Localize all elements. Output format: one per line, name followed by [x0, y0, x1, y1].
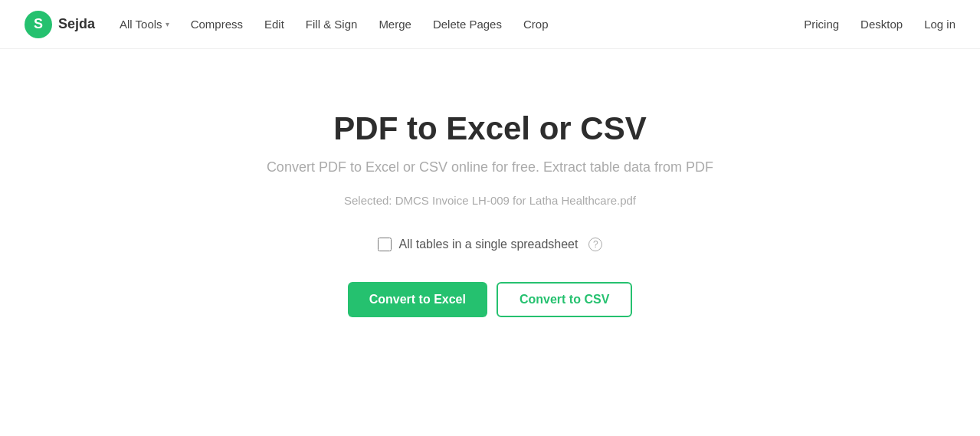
logo-text: Sejda: [58, 16, 95, 32]
buttons-row: Convert to Excel Convert to CSV: [348, 282, 633, 317]
navbar-right: Pricing Desktop Log in: [804, 18, 955, 31]
nav-link-delete-pages[interactable]: Delete Pages: [433, 18, 502, 31]
page-subtitle: Convert PDF to Excel or CSV online for f…: [267, 159, 713, 175]
chevron-down-icon: ▾: [166, 20, 169, 28]
help-icon[interactable]: ?: [588, 238, 602, 251]
navbar: S Sejda All Tools ▾ Compress Edit Fill &…: [0, 0, 980, 49]
main-content: PDF to Excel or CSV Convert PDF to Excel…: [0, 49, 980, 317]
convert-to-excel-button[interactable]: Convert to Excel: [348, 282, 487, 317]
selected-file-info: Selected: DMCS Invoice LH-009 for Latha …: [344, 194, 636, 207]
logo-icon: S: [25, 11, 52, 38]
nav-link-desktop[interactable]: Desktop: [860, 18, 903, 31]
convert-to-csv-button[interactable]: Convert to CSV: [497, 282, 632, 317]
logo[interactable]: S Sejda: [25, 11, 95, 38]
nav-link-login[interactable]: Log in: [924, 18, 955, 31]
single-spreadsheet-checkbox[interactable]: [378, 238, 392, 251]
nav-link-edit[interactable]: Edit: [264, 18, 284, 31]
checkbox-label[interactable]: All tables in a single spreadsheet: [399, 238, 578, 251]
nav-link-fill-sign[interactable]: Fill & Sign: [306, 18, 358, 31]
checkbox-row: All tables in a single spreadsheet ?: [378, 238, 603, 251]
navbar-left: S Sejda All Tools ▾ Compress Edit Fill &…: [25, 11, 548, 38]
selected-file-label: Selected:: [344, 194, 392, 207]
selected-file-name: DMCS Invoice LH-009 for Latha Healthcare…: [395, 194, 636, 207]
nav-link-all-tools[interactable]: All Tools ▾: [120, 18, 169, 31]
nav-link-crop[interactable]: Crop: [523, 18, 549, 31]
nav-link-compress[interactable]: Compress: [191, 18, 243, 31]
nav-links-left: All Tools ▾ Compress Edit Fill & Sign Me…: [120, 18, 548, 31]
page-title: PDF to Excel or CSV: [333, 110, 646, 147]
nav-link-merge[interactable]: Merge: [379, 18, 411, 31]
nav-link-pricing[interactable]: Pricing: [804, 18, 839, 31]
